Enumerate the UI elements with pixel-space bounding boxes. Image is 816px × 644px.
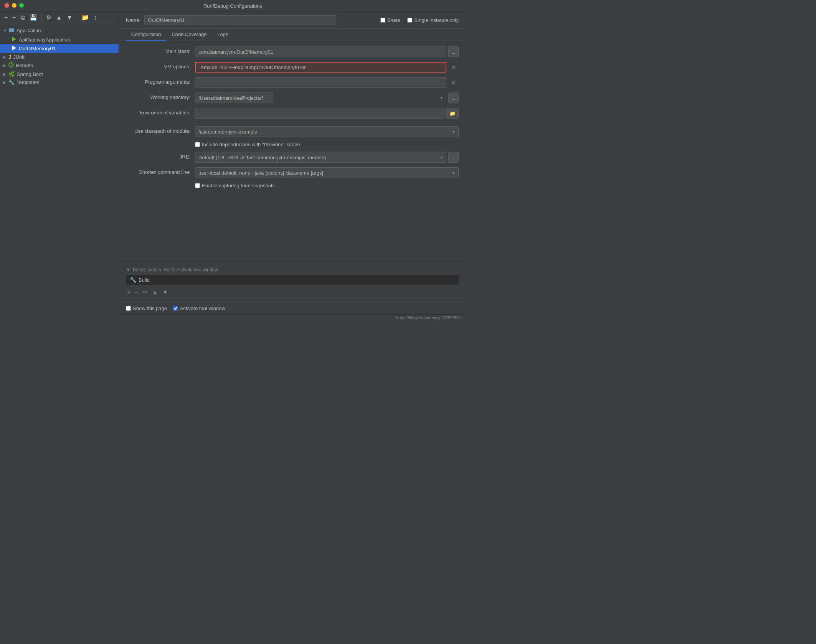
tab-configuration[interactable]: Configuration <box>126 28 166 41</box>
include-deps-checkbox[interactable] <box>195 142 200 147</box>
tab-code-coverage[interactable]: Code Coverage <box>166 28 212 41</box>
main-class-browse-button[interactable]: ... <box>448 46 459 57</box>
sidebar-item-junit-label: JUnit <box>13 54 25 60</box>
jre-select[interactable]: Default (1.8 - SDK of 'fast-common-jvm-e… <box>195 152 446 163</box>
shorten-cmd-select[interactable]: user-local default: none - java [options… <box>195 167 459 178</box>
remove-config-button[interactable]: − <box>11 14 17 21</box>
env-vars-folder-button[interactable]: 📁 <box>446 108 459 119</box>
junit-icon: J <box>8 54 11 60</box>
jre-row: JRE: Default (1.8 - SDK of 'fast-common-… <box>126 152 459 163</box>
sidebar-item-api-label: ApiGatewayApplication <box>19 37 70 43</box>
maximize-button[interactable] <box>19 3 24 8</box>
program-args-label: Program arguments: <box>126 77 195 85</box>
copy-config-button[interactable]: ⧉ <box>20 14 26 21</box>
program-args-wrap: ✕ <box>195 77 459 88</box>
config-body: Main class: ... VM options: ✕ Program ar… <box>119 41 466 263</box>
svg-marker-2 <box>12 37 16 41</box>
name-label: Name: <box>126 17 140 23</box>
divider-1 <box>126 123 459 126</box>
expand-arrow-application: ▼ <box>3 28 8 33</box>
classpath-select[interactable]: fast-common-jvm-example <box>195 126 459 137</box>
sidebar-item-remote-label: Remote <box>16 63 33 68</box>
sidebar-item-application[interactable]: ▼ Application <box>0 26 119 35</box>
folder-button[interactable]: 📁 <box>80 14 90 21</box>
title-bar: Run/Debug Configurations <box>0 0 466 12</box>
sidebar-item-remote[interactable]: ▶ Remote <box>0 61 119 70</box>
sidebar-item-templates-label: Templates <box>17 79 39 85</box>
include-deps-label[interactable]: Include dependencies with "Provided" sco… <box>195 142 300 147</box>
traffic-lights <box>5 3 24 8</box>
build-down-button[interactable]: ▼ <box>161 288 170 297</box>
build-add-button[interactable]: + <box>126 288 132 297</box>
move-down-button[interactable]: ▼ <box>66 14 74 21</box>
single-instance-checkbox[interactable] <box>407 18 412 23</box>
working-dir-label: Working directory: <box>126 92 195 100</box>
form-snapshots-label[interactable]: Enable capturing form snapshots <box>195 183 275 188</box>
classpath-wrap: fast-common-jvm-example ▼ <box>195 126 459 137</box>
main-class-input[interactable] <box>195 46 446 57</box>
single-instance-checkbox-label[interactable]: Single instance only <box>407 17 459 23</box>
vm-options-clear-button[interactable]: ✕ <box>448 62 459 73</box>
sidebar-item-out-of-memory[interactable]: OutOfMemory01 <box>0 44 119 53</box>
build-remove-button[interactable]: − <box>134 288 139 297</box>
close-button[interactable] <box>5 3 9 8</box>
env-vars-row: Environment variables: 📁 <box>126 108 459 119</box>
form-snapshots-checkbox[interactable] <box>195 183 200 188</box>
run-icon-oom <box>12 45 17 52</box>
form-snapshots-row: Enable capturing form snapshots <box>126 183 459 188</box>
save-config-button[interactable]: 💾 <box>28 14 38 21</box>
before-launch-toggle[interactable]: ▼ <box>126 267 130 272</box>
sort-button[interactable]: ↕ <box>93 14 98 21</box>
tab-logs[interactable]: Logs <box>212 28 233 41</box>
jre-select-wrap: Default (1.8 - SDK of 'fast-common-jvm-e… <box>195 152 446 163</box>
status-bar: https://blog.csdn.net/qq_37362891 <box>119 314 466 321</box>
wrench-icon: 🔧 <box>8 79 15 85</box>
program-args-input[interactable] <box>195 77 446 88</box>
share-area: Share Single instance only <box>380 17 459 23</box>
vm-options-input[interactable] <box>195 62 446 73</box>
sidebar-item-spring-boot[interactable]: ▶ 🌿 Spring Boot <box>0 70 119 78</box>
activate-tool-checkbox[interactable] <box>173 306 178 311</box>
classpath-label: Use classpath of module: <box>126 126 195 134</box>
show-page-label[interactable]: Show this page <box>126 305 167 311</box>
shorten-cmd-select-wrap: user-local default: none - java [options… <box>195 167 459 178</box>
working-dir-arrow-icon: ▼ <box>439 96 443 100</box>
build-edit-button[interactable]: ✏ <box>142 288 149 297</box>
before-launch-header: ▼ Before launch: Build, Activate tool wi… <box>126 267 459 272</box>
config-header: Name: Share Single instance only <box>119 12 466 28</box>
sidebar-tree: ▼ Application ApiGatewayApplication OutO… <box>0 24 119 321</box>
share-checkbox-label[interactable]: Share <box>380 17 401 23</box>
expand-arrow-junit: ▶ <box>3 55 8 59</box>
working-dir-wrap: ▼ ... <box>195 92 459 103</box>
vm-options-label: VM options: <box>126 62 195 69</box>
sidebar-item-api-gateway[interactable]: ApiGatewayApplication <box>0 35 119 44</box>
before-launch-label: Before launch: Build, Activate tool wind… <box>133 267 218 272</box>
jre-browse-button[interactable]: ... <box>448 152 459 163</box>
working-dir-input[interactable] <box>195 92 273 103</box>
settings-button[interactable]: ⚙ <box>45 14 53 21</box>
activate-tool-label[interactable]: Activate tool window <box>173 305 225 311</box>
env-vars-wrap: 📁 <box>195 108 459 119</box>
build-up-button[interactable]: ▲ <box>151 288 159 297</box>
sidebar-item-junit[interactable]: ▶ J JUnit <box>0 53 119 61</box>
build-label: Build <box>139 277 150 283</box>
sidebar-toolbar: + − ⧉ 💾 ⚙ ▲ ▼ 📁 ↕ <box>0 12 119 24</box>
sidebar-item-templates[interactable]: ▶ 🔧 Templates <box>0 78 119 86</box>
classpath-row: Use classpath of module: fast-common-jvm… <box>126 126 459 137</box>
show-page-checkbox[interactable] <box>126 306 131 311</box>
classpath-select-wrap: fast-common-jvm-example ▼ <box>195 126 459 137</box>
program-args-clear-button[interactable]: ✕ <box>448 77 459 88</box>
env-vars-input[interactable] <box>195 108 444 119</box>
jre-wrap: Default (1.8 - SDK of 'fast-common-jvm-e… <box>195 152 459 163</box>
share-checkbox[interactable] <box>380 18 385 23</box>
run-icon-api <box>12 36 17 43</box>
move-up-button[interactable]: ▲ <box>55 14 63 21</box>
env-vars-label: Environment variables: <box>126 108 195 116</box>
sidebar-item-spring-label: Spring Boot <box>17 71 43 77</box>
working-dir-row: Working directory: ▼ ... <box>126 92 459 103</box>
vm-options-wrap: ✕ <box>195 62 459 73</box>
add-config-button[interactable]: + <box>3 14 9 21</box>
minimize-button[interactable] <box>12 3 17 8</box>
name-input[interactable] <box>144 15 336 25</box>
working-dir-browse-button[interactable]: ... <box>448 92 459 103</box>
